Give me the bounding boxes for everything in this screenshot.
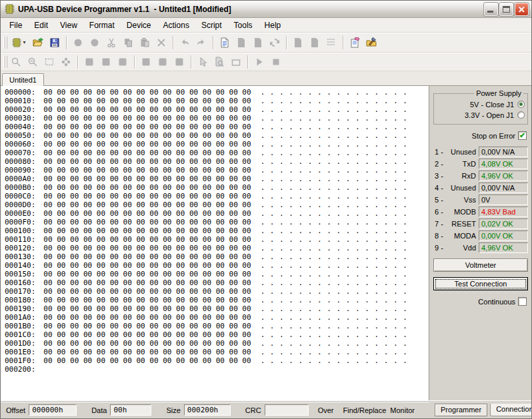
hex-bytes[interactable]: 00 00 00 00 00 00 00 00 00 00 00 00 00 0… (43, 175, 251, 183)
open-folder-button[interactable] (30, 35, 46, 50)
hex-bytes[interactable]: 00 00 00 00 00 00 00 00 00 00 00 00 00 0… (43, 287, 251, 296)
flower-button[interactable] (58, 54, 74, 69)
refresh-button[interactable] (267, 35, 283, 50)
hex-ascii[interactable]: . . . . . . . . . . . . . . . . (261, 175, 408, 183)
hex-ascii[interactable]: . . . . . . . . . . . . . . . . (261, 183, 408, 192)
hex-ascii[interactable]: . . . . . . . . . . . . . . . . (261, 244, 408, 252)
hex-ascii[interactable]: . . . . . . . . . . . . . . . . (261, 209, 408, 218)
hex-ascii[interactable]: . . . . . . . . . . . . . . . . (261, 226, 408, 235)
delete-x-button[interactable] (153, 35, 169, 50)
hex-bytes[interactable]: 00 00 00 00 00 00 00 00 00 00 00 00 00 0… (43, 192, 251, 201)
hex-bytes[interactable]: 00 00 00 00 00 00 00 00 00 00 00 00 00 0… (43, 235, 251, 244)
menu-item-file[interactable]: File (3, 19, 28, 31)
hex-ascii[interactable]: . . . . . . . . . . . . . . . . (261, 252, 408, 261)
zoom-in-button[interactable] (8, 54, 24, 69)
hex-ascii[interactable]: . . . . . . . . . . . . . . . . (261, 270, 408, 278)
hex-bytes[interactable]: 00 00 00 00 00 00 00 00 00 00 00 00 00 0… (43, 226, 251, 235)
hex-ascii[interactable]: . . . . . . . . . . . . . . . . (261, 97, 408, 105)
menu-item-tools[interactable]: Tools (228, 19, 259, 31)
save-floppy-button[interactable] (47, 35, 63, 50)
hex-bytes[interactable]: 00 00 00 00 00 00 00 00 00 00 00 00 00 0… (43, 270, 251, 278)
hex-ascii[interactable]: . . . . . . . . . . . . . . . . (261, 114, 408, 123)
hex-bytes[interactable]: 00 00 00 00 00 00 00 00 00 00 00 00 00 0… (43, 123, 251, 131)
hex-ascii[interactable]: . . . . . . . . . . . . . . . . (261, 105, 408, 114)
hex-ascii[interactable]: . . . . . . . . . . . . . . . . (261, 296, 408, 304)
hex-ascii[interactable]: . . . . . . . . . . . . . . . . (261, 235, 408, 244)
new-chip-button[interactable]: ▾ (8, 35, 29, 50)
power-option-1[interactable]: 3.3V - Open J1 (437, 110, 525, 120)
continuous-checkbox[interactable] (518, 297, 527, 306)
hex-bytes[interactable]: 00 00 00 00 00 00 00 00 00 00 00 00 00 0… (43, 244, 251, 252)
hex-bytes[interactable]: 00 00 00 00 00 00 00 00 00 00 00 00 00 0… (43, 313, 251, 322)
menu-item-device[interactable]: Device (121, 19, 157, 31)
hex-ascii[interactable]: . . . . . . . . . . . . . . . . (261, 192, 408, 201)
dot-grid-button[interactable] (323, 35, 339, 50)
hex-ascii[interactable]: . . . . . . . . . . . . . . . . (261, 131, 408, 140)
menu-item-edit[interactable]: Edit (28, 19, 54, 31)
hex-ascii[interactable]: . . . . . . . . . . . . . . . . (261, 304, 408, 313)
cut-scissors-button[interactable] (103, 35, 119, 50)
continuous-row[interactable]: Continuous (432, 297, 527, 306)
document-tab[interactable]: Untited1 (2, 73, 44, 86)
notepad-eraser-button[interactable] (347, 35, 363, 50)
hex-ascii[interactable]: . . . . . . . . . . . . . . . . (261, 261, 408, 270)
test-connection-button[interactable]: Test Connection (433, 277, 528, 290)
hex-bytes[interactable]: 00 00 00 00 00 00 00 00 00 00 00 00 00 0… (43, 322, 251, 330)
hex-bytes[interactable]: 00 00 00 00 00 00 00 00 00 00 00 00 00 0… (43, 157, 251, 166)
menu-item-view[interactable]: View (54, 19, 83, 31)
hex-bytes[interactable]: 00 00 00 00 00 00 00 00 00 00 00 00 00 0… (43, 304, 251, 313)
hex-ascii[interactable]: . . . . . . . . . . . . . . . . (261, 287, 408, 296)
tab-programmer[interactable]: Programmer (435, 404, 487, 416)
hex-bytes[interactable]: 00 00 00 00 00 00 00 00 00 00 00 00 00 0… (43, 131, 251, 140)
hex-bytes[interactable]: 00 00 00 00 00 00 00 00 00 00 00 00 00 0… (43, 105, 251, 114)
hex-ascii[interactable]: . . . . . . . . . . . . . . . . (261, 330, 408, 339)
hex-ascii[interactable]: . . . . . . . . . . . . . . . . (261, 348, 408, 356)
hex-bytes[interactable]: 00 00 00 00 00 00 00 00 00 00 00 00 00 0… (43, 330, 251, 339)
hex-bytes[interactable]: 00 00 00 00 00 00 00 00 00 00 00 00 00 0… (43, 201, 251, 209)
hex-ascii[interactable]: . . . . . . . . . . . . . . . . (261, 140, 408, 149)
square-button[interactable] (155, 54, 171, 69)
folder-tools-button[interactable] (363, 35, 379, 50)
document-lines-button[interactable] (217, 35, 233, 50)
hex-ascii[interactable]: . . . . . . . . . . . . . . . . (261, 339, 408, 348)
toolbar-grip[interactable] (3, 56, 5, 68)
hex-ascii[interactable]: . . . . . . . . . . . . . . . . (261, 123, 408, 131)
radio-button-icon[interactable] (517, 111, 525, 119)
hex-bytes[interactable]: 00 00 00 00 00 00 00 00 00 00 00 00 00 0… (43, 356, 251, 365)
cursor-arrow-button[interactable] (195, 54, 211, 69)
find-document-button[interactable] (211, 54, 227, 69)
maximize-button[interactable] (499, 3, 513, 16)
square-button[interactable] (115, 54, 131, 69)
hex-bytes[interactable]: 00 00 00 00 00 00 00 00 00 00 00 00 00 0… (43, 348, 251, 356)
tab-connections[interactable]: Connections (490, 404, 532, 416)
square-button[interactable] (81, 54, 97, 69)
box-button[interactable] (228, 54, 244, 69)
radio-button-icon[interactable] (517, 101, 525, 108)
hex-bytes[interactable]: 00 00 00 00 00 00 00 00 00 00 00 00 00 0… (43, 183, 251, 192)
hex-bytes[interactable]: 00 00 00 00 00 00 00 00 00 00 00 00 00 0… (43, 149, 251, 157)
hex-bytes[interactable]: 00 00 00 00 00 00 00 00 00 00 00 00 00 0… (43, 218, 251, 226)
hex-bytes[interactable]: 00 00 00 00 00 00 00 00 00 00 00 00 00 0… (43, 252, 251, 261)
menu-item-format[interactable]: Format (83, 19, 121, 31)
square-button[interactable] (98, 54, 114, 69)
hex-editor[interactable]: 000000:00 00 00 00 00 00 00 00 00 00 00 … (1, 86, 429, 400)
menu-item-help[interactable]: Help (259, 19, 287, 31)
select-frame-button[interactable] (41, 54, 57, 69)
paste-button[interactable] (137, 35, 153, 50)
copy-button[interactable] (120, 35, 136, 50)
document-button[interactable] (307, 35, 323, 50)
power-option-0[interactable]: 5V - Close J1 (437, 99, 525, 109)
hex-bytes[interactable]: 00 00 00 00 00 00 00 00 00 00 00 00 00 0… (43, 261, 251, 270)
redo-button[interactable] (193, 35, 209, 50)
document-button[interactable] (233, 35, 249, 50)
hex-ascii[interactable]: . . . . . . . . . . . . . . . . (261, 313, 408, 322)
voltmeter-button[interactable]: Voltmeter (433, 258, 528, 272)
hex-ascii[interactable]: . . . . . . . . . . . . . . . . (261, 157, 408, 166)
hex-bytes[interactable]: 00 00 00 00 00 00 00 00 00 00 00 00 00 0… (43, 97, 251, 105)
stop-on-error-row[interactable]: Stop on Error ✔ (432, 131, 527, 140)
circle-button[interactable] (70, 35, 86, 50)
hex-bytes[interactable]: 00 00 00 00 00 00 00 00 00 00 00 00 00 0… (43, 278, 251, 287)
hex-bytes[interactable]: 00 00 00 00 00 00 00 00 00 00 00 00 00 0… (43, 114, 251, 123)
menu-item-script[interactable]: Script (195, 19, 228, 31)
hex-ascii[interactable]: . . . . . . . . . . . . . . . . (261, 166, 408, 175)
